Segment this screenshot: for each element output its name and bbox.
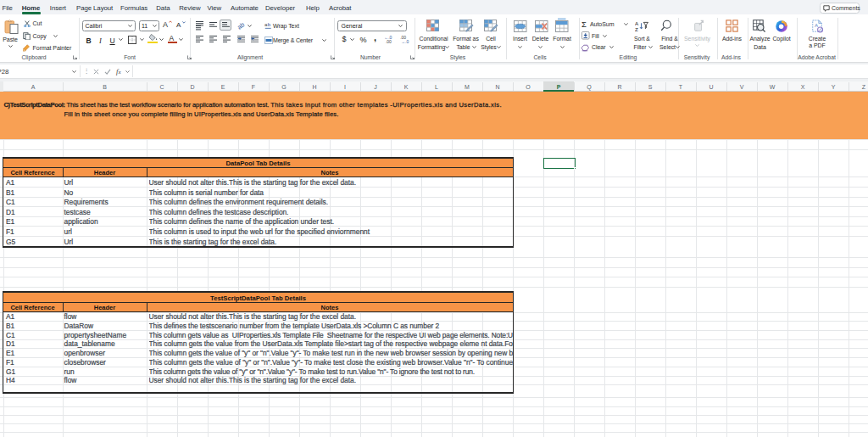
- svg-text:→.0: →.0: [401, 39, 409, 43]
- svg-text:.00: .00: [386, 39, 392, 43]
- svg-text:b: b: [268, 21, 271, 27]
- svg-text:Z: Z: [635, 25, 638, 31]
